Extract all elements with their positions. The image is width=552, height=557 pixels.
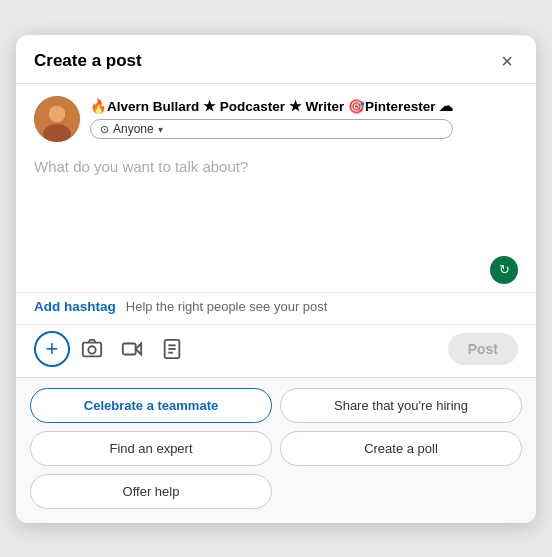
celebrate-teammate-button[interactable]: Celebrate a teammate xyxy=(30,388,272,423)
refresh-icon[interactable]: ↻ xyxy=(490,256,518,284)
hashtag-row: Add hashtag Help the right people see yo… xyxy=(16,292,536,324)
create-poll-button[interactable]: Create a poll xyxy=(280,431,522,466)
svg-point-5 xyxy=(88,346,95,353)
add-content-button[interactable]: + xyxy=(34,331,70,367)
audience-label: Anyone xyxy=(113,122,154,136)
find-expert-button[interactable]: Find an expert xyxy=(30,431,272,466)
document-icon xyxy=(161,338,183,360)
svg-point-3 xyxy=(49,106,65,122)
video-icon xyxy=(121,338,143,360)
quick-actions-panel: Celebrate a teammate Share that you're h… xyxy=(16,377,536,523)
toolbar-row: + Post xyxy=(16,324,536,377)
user-name: 🔥Alvern Bullard ★ Podcaster ★ Writer 🎯Pi… xyxy=(90,98,453,116)
user-section: 🔥Alvern Bullard ★ Podcaster ★ Writer 🎯Pi… xyxy=(16,84,536,146)
svg-rect-6 xyxy=(123,343,136,354)
audience-selector[interactable]: ⊙ Anyone ▾ xyxy=(90,119,453,139)
refresh-icon-area: ↻ xyxy=(16,256,536,292)
offer-help-button[interactable]: Offer help xyxy=(30,474,272,509)
chevron-down-icon: ▾ xyxy=(158,124,163,135)
close-button[interactable]: × xyxy=(496,49,518,73)
hashtag-hint: Help the right people see your post xyxy=(126,299,328,314)
post-placeholder: What do you want to talk about? xyxy=(34,158,248,175)
document-button[interactable] xyxy=(154,331,190,367)
add-hashtag-button[interactable]: Add hashtag xyxy=(34,299,116,314)
photo-button[interactable] xyxy=(74,331,110,367)
avatar xyxy=(34,96,80,142)
post-input-area[interactable]: What do you want to talk about? xyxy=(16,146,536,256)
share-hiring-button[interactable]: Share that you're hiring xyxy=(280,388,522,423)
modal-header: Create a post × xyxy=(16,35,536,84)
create-post-modal: Create a post × 🔥Alvern Bullard ★ Podcas… xyxy=(16,35,536,523)
globe-icon: ⊙ xyxy=(100,123,109,136)
modal-title: Create a post xyxy=(34,51,142,71)
avatar-image xyxy=(34,96,80,142)
user-info: 🔥Alvern Bullard ★ Podcaster ★ Writer 🎯Pi… xyxy=(90,98,453,140)
post-button[interactable]: Post xyxy=(448,333,518,365)
camera-icon xyxy=(81,338,103,360)
video-button[interactable] xyxy=(114,331,150,367)
